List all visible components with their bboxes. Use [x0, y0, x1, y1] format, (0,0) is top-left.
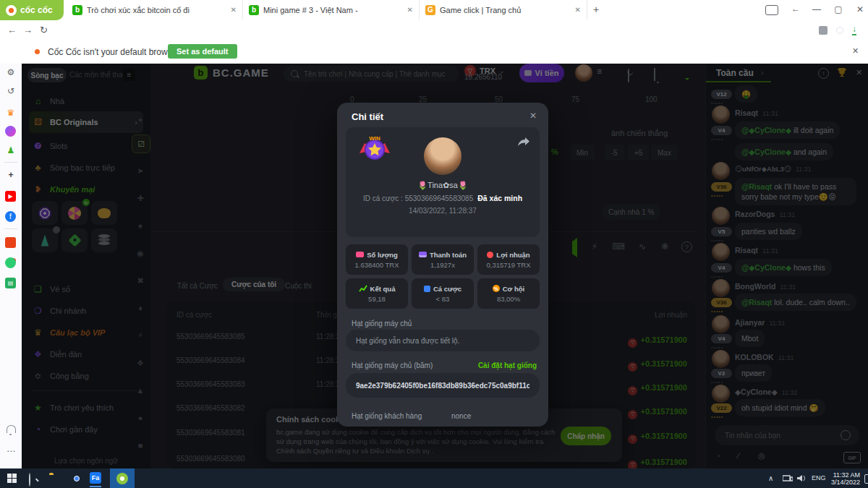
clock-date: 3/14/2022 — [831, 479, 860, 486]
tab-title: Trò chơi xúc xắc bitcoin cổ đi — [87, 6, 226, 14]
coccoc-logo[interactable]: cốc cốc — [0, 0, 64, 20]
facebook-icon[interactable]: f — [5, 211, 16, 222]
modal-title: Chi tiết — [352, 111, 383, 122]
bcgame-favicon: b — [72, 5, 82, 15]
chance-icon: % — [493, 285, 500, 292]
strip-more-icon[interactable]: ⋯ — [5, 445, 17, 457]
strip-divider — [4, 162, 17, 163]
shopping-app-icon[interactable] — [5, 237, 16, 248]
amount-icon — [356, 252, 364, 257]
profit-icon — [487, 252, 493, 258]
bcgame-site: Sòng bạc Các môn thể thao ≡ ⌂ Nhà ⚄ BC O… — [22, 64, 868, 468]
bet-details-modal: Chi tiết ✕ WIN 🌷Tina✿sa🌷 ID cá cược : 55… — [337, 103, 548, 427]
default-browser-notification: Cốc Cốc isn't your default browser Set a… — [0, 40, 868, 64]
messenger-icon[interactable] — [5, 126, 16, 137]
taskbar-search-icon[interactable] — [29, 473, 30, 487]
strip-bell-icon[interactable] — [7, 425, 16, 433]
stat-chance: %Cơ hội 83,00% — [477, 278, 540, 309]
browser-tab-2[interactable]: b Mini game # 3 - Việt Nam - ✕ — [243, 0, 420, 20]
client-seed-label: Hạt giống khách hàng — [352, 412, 422, 420]
bet-id[interactable]: ID cá cược : 55303669645583085 — [363, 194, 473, 202]
tab-close-icon[interactable]: ✕ — [575, 6, 581, 14]
svg-text:WIN: WIN — [369, 135, 380, 142]
share-icon[interactable] — [518, 137, 529, 147]
bet-stats-grid: Số lượng 1.638400 TRX Thanh toán 1,1927x… — [346, 244, 540, 309]
facebook-app-icon[interactable]: Fa — [90, 472, 101, 484]
add-app-icon[interactable]: + — [5, 169, 17, 181]
action-center-icon[interactable] — [864, 474, 868, 484]
crown-icon[interactable]: ♛ — [5, 107, 17, 119]
start-button[interactable] — [7, 474, 17, 483]
recent-tabs-icon[interactable]: ← — [791, 4, 800, 14]
coccoc-brand-text: cốc cốc — [20, 5, 53, 15]
bcgame-favicon: b — [249, 5, 259, 15]
browser-address-bar: ← → ↻ bc.game/classic-dice A ☆ ↓ ↓ — [0, 20, 868, 41]
clock-time: 11:32 AM — [833, 471, 860, 479]
server-seed-field[interactable]: Hạt giống vẫn chưa được tiết lộ. — [346, 330, 540, 351]
reload-icon[interactable]: ↻ — [40, 25, 48, 35]
verified-badge: Đã xác minh — [477, 194, 522, 202]
tray-expand-icon[interactable]: ∧ — [768, 474, 773, 482]
tab-close-icon[interactable]: ✕ — [407, 6, 413, 14]
youtube-icon[interactable]: ▶ — [5, 191, 16, 202]
stat-bet: Cá cược < 83 — [412, 278, 474, 309]
window-close-button[interactable]: ✕ — [851, 4, 868, 14]
server-seed-label: Hạt giống máy chủ — [352, 320, 412, 328]
forward-icon[interactable]: → — [23, 25, 33, 35]
game-favicon: G — [425, 5, 435, 15]
player-avatar — [424, 137, 461, 175]
window-maximize-button[interactable]: ▢ — [829, 4, 848, 14]
coccoc-owl-icon — [6, 5, 17, 16]
hashed-seed-label: Hạt giống máy chủ (băm) — [352, 361, 433, 369]
browser-tab-bar: cốc cốc b Trò chơi xúc xắc bitcoin cổ đi… — [0, 0, 868, 21]
downloads-icon[interactable]: ↓ — [852, 25, 856, 35]
tab-title: Mini game # 3 - Việt Nam - — [263, 6, 403, 14]
nonce-label: nonce — [451, 412, 471, 420]
player-username: 🌷Tina✿sa🌷 — [346, 181, 540, 190]
extensions-icon[interactable] — [819, 26, 827, 35]
bet-summary-card: WIN 🌷Tina✿sa🌷 ID cá cược : 5530366964558… — [346, 127, 540, 237]
browser-app-icon[interactable] — [5, 257, 16, 268]
network-icon[interactable] — [783, 474, 793, 482]
tab-title: Game click | Trang chủ — [440, 6, 571, 14]
history-icon[interactable]: ↺ — [5, 85, 17, 97]
hashed-seed-field[interactable]: 9ae2e379b62405f0be16f83db89b36edc75c0a9b… — [346, 373, 540, 398]
seed-settings-link[interactable]: Cài đặt hạt giống — [478, 361, 537, 369]
new-tab-button[interactable]: + — [593, 4, 599, 15]
notification-text: Cốc Cốc isn't your default browser — [48, 47, 179, 57]
tab-search-icon[interactable] — [765, 5, 778, 15]
news-app-icon[interactable]: ▤ — [5, 278, 16, 288]
screen: cốc cốc b Trò chơi xúc xắc bitcoin cổ đi… — [0, 0, 868, 488]
result-chart-icon — [359, 285, 367, 292]
modal-close-icon[interactable]: ✕ — [529, 111, 537, 121]
taskbar-clock[interactable]: 11:32 AM 3/14/2022 — [827, 471, 860, 486]
tab-close-icon[interactable]: ✕ — [231, 6, 237, 14]
stat-payout: Thanh toán 1,1927x — [412, 244, 474, 275]
windows-taskbar: Fa ∧ ENG 11:32 AM 3/14/2022 — [0, 468, 868, 488]
set-as-default-button[interactable]: Set as default — [168, 44, 237, 59]
volume-icon[interactable] — [797, 474, 806, 482]
gamepad-icon[interactable]: ♟ — [5, 145, 17, 156]
stat-amount: Số lượng 1.638400 TRX — [346, 244, 408, 275]
bet-icon — [424, 286, 430, 292]
browser-tab-1[interactable]: b Trò chơi xúc xắc bitcoin cổ đi ✕ — [67, 0, 243, 20]
coccoc-side-strip: ⚙ ↺ ♛ ♟ + ▶ f ▤ ⋯ — [0, 64, 22, 468]
bet-date: 14/03/2022, 11:28:37 — [346, 207, 540, 215]
strip-divider — [4, 228, 17, 229]
stat-result: Kết quả 59,18 — [346, 278, 408, 309]
browser-tab-3[interactable]: G Game click | Trang chủ ✕ — [420, 0, 587, 20]
coccoc-taskbar-icon[interactable] — [110, 468, 135, 488]
window-minimize-button[interactable]: — — [807, 4, 826, 14]
back-icon[interactable]: ← — [7, 25, 17, 35]
notification-close-icon[interactable]: ✕ — [852, 46, 859, 56]
stat-profit: Lợi nhuận 0,315719 TRX — [477, 244, 540, 275]
gear-icon[interactable]: ⚙ — [5, 67, 17, 78]
payout-icon — [419, 252, 427, 257]
win-badge: WIN — [359, 134, 391, 162]
keyboard-language[interactable]: ENG — [812, 474, 826, 481]
